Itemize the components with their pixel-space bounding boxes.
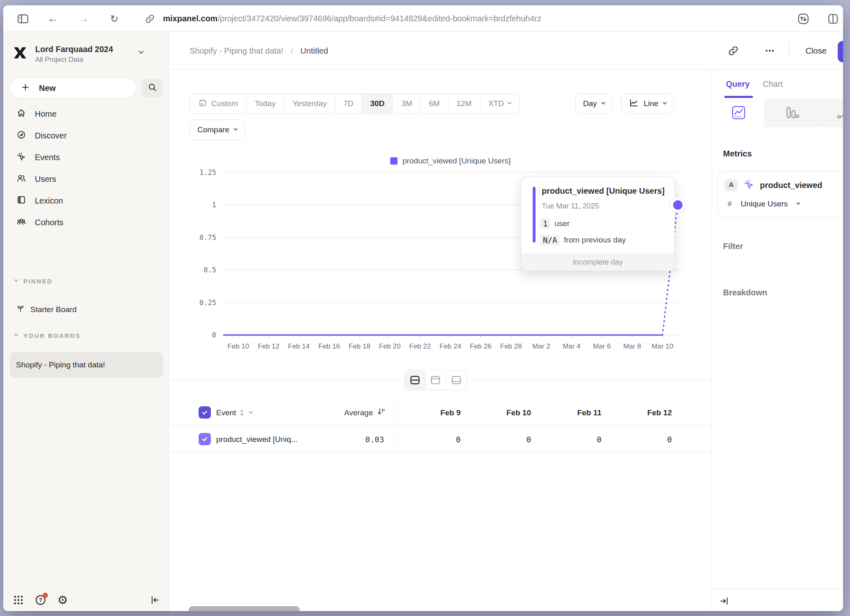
layout-toggle-group bbox=[405, 370, 467, 390]
search-button[interactable] bbox=[141, 79, 163, 97]
layout-table-only-button[interactable] bbox=[446, 370, 466, 390]
sidebar-item-selected-board[interactable]: Shopify - Piping that data! bbox=[10, 352, 163, 377]
metric-letter-badge: A bbox=[725, 179, 738, 191]
url-bar[interactable]: mixpanel.com/project/3472420/view/397469… bbox=[163, 5, 541, 32]
sidebar-item-label: Users bbox=[35, 174, 56, 184]
sidebar-item-lexicon[interactable]: Lexicon bbox=[3, 190, 169, 212]
save-button[interactable] bbox=[838, 41, 843, 62]
close-button[interactable]: Close bbox=[800, 32, 832, 70]
cell-value: 0 bbox=[394, 426, 465, 453]
browser-sidebar-toggle-icon[interactable] bbox=[16, 5, 30, 32]
chevron-down-icon bbox=[507, 100, 511, 104]
event-column-header[interactable]: Event 1 bbox=[216, 399, 252, 426]
select-all-checkbox[interactable] bbox=[199, 406, 211, 419]
back-icon[interactable]: ← bbox=[45, 5, 60, 32]
date-column-header[interactable]: Feb 9 bbox=[394, 399, 465, 426]
svg-text:Mar 4: Mar 4 bbox=[563, 342, 580, 350]
granularity-dropdown[interactable]: Day bbox=[575, 93, 613, 114]
data-point-marker[interactable] bbox=[669, 197, 686, 213]
forward-icon[interactable]: → bbox=[76, 5, 91, 32]
date-column-headers: Feb 9 Feb 10 Feb 11 Feb 12 bbox=[394, 399, 676, 426]
home-icon bbox=[16, 108, 26, 120]
cohorts-icon bbox=[16, 217, 26, 229]
range-yesterday[interactable]: Yesterday bbox=[284, 94, 335, 113]
range-xtd[interactable]: XTD bbox=[480, 94, 519, 113]
new-button[interactable]: New bbox=[10, 78, 136, 98]
breakdown-section-header[interactable]: Breakdown bbox=[723, 288, 767, 297]
sidebar-item-cohorts[interactable]: Cohorts bbox=[3, 212, 169, 233]
range-custom[interactable]: Custom bbox=[190, 94, 246, 113]
url-path: /project/3472420/view/3974696/app/boards… bbox=[217, 14, 541, 23]
collapse-sidebar-icon[interactable] bbox=[149, 594, 161, 606]
gear-icon[interactable]: ⚙ bbox=[57, 594, 69, 606]
breadcrumb-board[interactable]: Shopify - Piping that data! bbox=[190, 46, 283, 56]
range-6m[interactable]: 6M bbox=[421, 94, 448, 113]
project-switcher[interactable]: Lord Farquaad 2024 All Project Data bbox=[12, 44, 143, 64]
calendar-icon bbox=[198, 98, 207, 109]
project-scope: All Project Data bbox=[35, 56, 113, 64]
reload-icon[interactable]: ↻ bbox=[107, 5, 122, 32]
tab-chart[interactable]: Chart bbox=[763, 70, 783, 98]
page-settings-icon[interactable] bbox=[795, 5, 812, 32]
sprout-icon bbox=[16, 303, 25, 315]
search-icon bbox=[147, 82, 157, 94]
sidebar-item-home[interactable]: Home bbox=[3, 103, 169, 125]
pinned-section-header[interactable]: PINNED bbox=[15, 278, 53, 285]
sidebar-item-users[interactable]: Users bbox=[3, 168, 169, 190]
date-column-header[interactable]: Feb 12 bbox=[606, 399, 676, 426]
breadcrumb-page[interactable]: Untitled bbox=[301, 46, 328, 56]
filter-section-header[interactable]: Filter bbox=[723, 242, 743, 251]
event-spark-icon bbox=[744, 179, 754, 191]
date-column-header[interactable]: Feb 11 bbox=[535, 399, 606, 426]
your-boards-section-header[interactable]: YOUR BOARDS bbox=[15, 332, 81, 339]
collapse-panel-icon[interactable] bbox=[718, 595, 730, 607]
tab-query[interactable]: Query bbox=[726, 70, 750, 98]
sidebar-item-events[interactable]: Events bbox=[3, 147, 169, 168]
range-label: Yesterday bbox=[292, 99, 327, 108]
metric-event-row: A product_viewed bbox=[725, 179, 822, 191]
chart-type-dropdown[interactable]: Line bbox=[621, 93, 674, 114]
svg-text:Feb 24: Feb 24 bbox=[440, 342, 461, 350]
funnels-tab[interactable] bbox=[765, 98, 818, 127]
tooltip-footer: Incomplete day bbox=[521, 254, 674, 271]
plus-icon bbox=[21, 83, 30, 94]
your-boards-header-label: YOUR BOARDS bbox=[23, 332, 81, 339]
compare-dropdown[interactable]: Compare bbox=[190, 120, 245, 140]
help-icon[interactable]: ? bbox=[34, 594, 47, 606]
layout-chart-only-button[interactable] bbox=[425, 370, 446, 390]
metric-aggregation-row[interactable]: # Unique Users bbox=[728, 199, 800, 208]
svg-text:Mar 10: Mar 10 bbox=[652, 342, 674, 350]
metric-card[interactable]: A product_viewed # Unique Users bbox=[718, 171, 843, 218]
insights-tab[interactable] bbox=[712, 98, 765, 127]
average-column-header[interactable]: Average bbox=[292, 399, 386, 426]
layout-split-button[interactable] bbox=[405, 370, 425, 390]
table-row[interactable]: product_viewed [Uniq... 0.03 0 0 0 0 bbox=[169, 426, 712, 453]
tooltip-value: 1 bbox=[540, 218, 550, 229]
chevron-down-icon bbox=[234, 127, 238, 131]
sidebar-item-starter-board[interactable]: Starter Board bbox=[16, 303, 77, 315]
horizontal-scrollbar[interactable] bbox=[189, 606, 300, 611]
date-column-header[interactable]: Feb 10 bbox=[465, 399, 535, 426]
row-checkbox[interactable] bbox=[199, 433, 211, 445]
legend-label: product_viewed [Unique Users] bbox=[402, 156, 511, 165]
svg-text:Feb 18: Feb 18 bbox=[349, 342, 371, 350]
flows-tab[interactable] bbox=[818, 98, 843, 127]
svg-text:Mar 2: Mar 2 bbox=[532, 342, 550, 350]
range-12m[interactable]: 12M bbox=[448, 94, 480, 113]
url-domain: mixpanel.com bbox=[163, 14, 217, 23]
copy-link-button[interactable] bbox=[724, 32, 742, 70]
svg-text:Feb 28: Feb 28 bbox=[500, 342, 522, 350]
query-panel: Query Chart Metrics A product_viewed # bbox=[712, 70, 843, 611]
apps-grid-icon[interactable] bbox=[12, 594, 25, 606]
sidebar-item-discover[interactable]: Discover bbox=[3, 125, 169, 147]
range-today[interactable]: Today bbox=[246, 94, 284, 113]
table-column-divider bbox=[394, 399, 395, 453]
range-7d[interactable]: 7D bbox=[335, 94, 362, 113]
sidebar-footer: ? ⚙ bbox=[3, 589, 169, 611]
more-options-button[interactable]: ••• bbox=[760, 32, 780, 70]
compare-label: Compare bbox=[197, 125, 229, 134]
split-view-icon[interactable] bbox=[825, 5, 841, 32]
active-tab-underline bbox=[724, 96, 753, 98]
range-3m[interactable]: 3M bbox=[393, 94, 420, 113]
range-30d[interactable]: 30D bbox=[362, 94, 393, 113]
